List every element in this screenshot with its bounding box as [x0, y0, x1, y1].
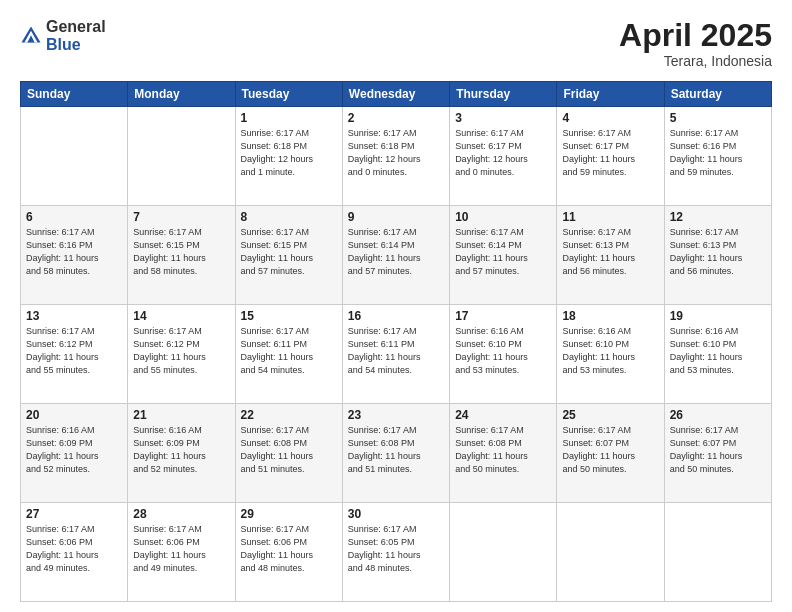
- calendar-cell: 12Sunrise: 6:17 AM Sunset: 6:13 PM Dayli…: [664, 206, 771, 305]
- day-detail: Sunrise: 6:16 AM Sunset: 6:09 PM Dayligh…: [26, 424, 122, 476]
- calendar-header: SundayMondayTuesdayWednesdayThursdayFrid…: [21, 82, 772, 107]
- header-cell-saturday: Saturday: [664, 82, 771, 107]
- day-number: 6: [26, 210, 122, 224]
- day-detail: Sunrise: 6:17 AM Sunset: 6:08 PM Dayligh…: [455, 424, 551, 476]
- calendar-cell: 17Sunrise: 6:16 AM Sunset: 6:10 PM Dayli…: [450, 305, 557, 404]
- day-number: 15: [241, 309, 337, 323]
- day-detail: Sunrise: 6:17 AM Sunset: 6:07 PM Dayligh…: [670, 424, 766, 476]
- day-detail: Sunrise: 6:16 AM Sunset: 6:10 PM Dayligh…: [670, 325, 766, 377]
- calendar-cell: 2Sunrise: 6:17 AM Sunset: 6:18 PM Daylig…: [342, 107, 449, 206]
- day-detail: Sunrise: 6:16 AM Sunset: 6:10 PM Dayligh…: [562, 325, 658, 377]
- day-number: 22: [241, 408, 337, 422]
- day-number: 2: [348, 111, 444, 125]
- day-number: 28: [133, 507, 229, 521]
- calendar-cell: 7Sunrise: 6:17 AM Sunset: 6:15 PM Daylig…: [128, 206, 235, 305]
- calendar-cell: 26Sunrise: 6:17 AM Sunset: 6:07 PM Dayli…: [664, 404, 771, 503]
- day-detail: Sunrise: 6:17 AM Sunset: 6:08 PM Dayligh…: [348, 424, 444, 476]
- calendar-cell: 13Sunrise: 6:17 AM Sunset: 6:12 PM Dayli…: [21, 305, 128, 404]
- calendar-cell: 19Sunrise: 6:16 AM Sunset: 6:10 PM Dayli…: [664, 305, 771, 404]
- day-detail: Sunrise: 6:17 AM Sunset: 6:12 PM Dayligh…: [26, 325, 122, 377]
- day-number: 16: [348, 309, 444, 323]
- day-detail: Sunrise: 6:17 AM Sunset: 6:11 PM Dayligh…: [241, 325, 337, 377]
- day-detail: Sunrise: 6:17 AM Sunset: 6:16 PM Dayligh…: [26, 226, 122, 278]
- header-cell-sunday: Sunday: [21, 82, 128, 107]
- header-cell-wednesday: Wednesday: [342, 82, 449, 107]
- logo-text: General Blue: [46, 18, 106, 53]
- calendar-cell: 11Sunrise: 6:17 AM Sunset: 6:13 PM Dayli…: [557, 206, 664, 305]
- day-number: 13: [26, 309, 122, 323]
- calendar-cell: 8Sunrise: 6:17 AM Sunset: 6:15 PM Daylig…: [235, 206, 342, 305]
- calendar-cell: 14Sunrise: 6:17 AM Sunset: 6:12 PM Dayli…: [128, 305, 235, 404]
- day-number: 12: [670, 210, 766, 224]
- day-detail: Sunrise: 6:17 AM Sunset: 6:05 PM Dayligh…: [348, 523, 444, 575]
- header-cell-friday: Friday: [557, 82, 664, 107]
- calendar-cell: 9Sunrise: 6:17 AM Sunset: 6:14 PM Daylig…: [342, 206, 449, 305]
- calendar-cell: 15Sunrise: 6:17 AM Sunset: 6:11 PM Dayli…: [235, 305, 342, 404]
- day-detail: Sunrise: 6:16 AM Sunset: 6:09 PM Dayligh…: [133, 424, 229, 476]
- header-cell-thursday: Thursday: [450, 82, 557, 107]
- day-number: 24: [455, 408, 551, 422]
- calendar-cell: 6Sunrise: 6:17 AM Sunset: 6:16 PM Daylig…: [21, 206, 128, 305]
- day-detail: Sunrise: 6:17 AM Sunset: 6:15 PM Dayligh…: [133, 226, 229, 278]
- day-number: 9: [348, 210, 444, 224]
- calendar-cell: 27Sunrise: 6:17 AM Sunset: 6:06 PM Dayli…: [21, 503, 128, 602]
- day-detail: Sunrise: 6:17 AM Sunset: 6:15 PM Dayligh…: [241, 226, 337, 278]
- day-detail: Sunrise: 6:17 AM Sunset: 6:13 PM Dayligh…: [562, 226, 658, 278]
- day-number: 7: [133, 210, 229, 224]
- logo-general-text: General: [46, 18, 106, 35]
- day-detail: Sunrise: 6:17 AM Sunset: 6:14 PM Dayligh…: [348, 226, 444, 278]
- logo: General Blue: [20, 18, 106, 53]
- calendar-cell: 20Sunrise: 6:16 AM Sunset: 6:09 PM Dayli…: [21, 404, 128, 503]
- calendar-cell: [128, 107, 235, 206]
- day-detail: Sunrise: 6:17 AM Sunset: 6:11 PM Dayligh…: [348, 325, 444, 377]
- calendar-cell: 3Sunrise: 6:17 AM Sunset: 6:17 PM Daylig…: [450, 107, 557, 206]
- day-number: 21: [133, 408, 229, 422]
- day-detail: Sunrise: 6:17 AM Sunset: 6:14 PM Dayligh…: [455, 226, 551, 278]
- calendar-cell: [664, 503, 771, 602]
- day-number: 10: [455, 210, 551, 224]
- day-detail: Sunrise: 6:17 AM Sunset: 6:17 PM Dayligh…: [455, 127, 551, 179]
- day-number: 8: [241, 210, 337, 224]
- calendar-cell: [450, 503, 557, 602]
- day-detail: Sunrise: 6:17 AM Sunset: 6:17 PM Dayligh…: [562, 127, 658, 179]
- calendar-cell: 24Sunrise: 6:17 AM Sunset: 6:08 PM Dayli…: [450, 404, 557, 503]
- day-detail: Sunrise: 6:17 AM Sunset: 6:06 PM Dayligh…: [241, 523, 337, 575]
- week-row-5: 27Sunrise: 6:17 AM Sunset: 6:06 PM Dayli…: [21, 503, 772, 602]
- month-title: April 2025: [619, 18, 772, 53]
- day-number: 18: [562, 309, 658, 323]
- calendar-cell: 21Sunrise: 6:16 AM Sunset: 6:09 PM Dayli…: [128, 404, 235, 503]
- calendar-cell: [557, 503, 664, 602]
- calendar-cell: 1Sunrise: 6:17 AM Sunset: 6:18 PM Daylig…: [235, 107, 342, 206]
- header: General Blue April 2025 Terara, Indonesi…: [20, 18, 772, 69]
- day-number: 11: [562, 210, 658, 224]
- calendar-body: 1Sunrise: 6:17 AM Sunset: 6:18 PM Daylig…: [21, 107, 772, 602]
- day-number: 14: [133, 309, 229, 323]
- week-row-4: 20Sunrise: 6:16 AM Sunset: 6:09 PM Dayli…: [21, 404, 772, 503]
- day-number: 20: [26, 408, 122, 422]
- day-detail: Sunrise: 6:17 AM Sunset: 6:08 PM Dayligh…: [241, 424, 337, 476]
- day-detail: Sunrise: 6:17 AM Sunset: 6:18 PM Dayligh…: [241, 127, 337, 179]
- day-number: 23: [348, 408, 444, 422]
- day-number: 4: [562, 111, 658, 125]
- day-number: 1: [241, 111, 337, 125]
- calendar-cell: 10Sunrise: 6:17 AM Sunset: 6:14 PM Dayli…: [450, 206, 557, 305]
- calendar-cell: 4Sunrise: 6:17 AM Sunset: 6:17 PM Daylig…: [557, 107, 664, 206]
- day-number: 3: [455, 111, 551, 125]
- header-cell-tuesday: Tuesday: [235, 82, 342, 107]
- calendar-cell: 28Sunrise: 6:17 AM Sunset: 6:06 PM Dayli…: [128, 503, 235, 602]
- week-row-2: 6Sunrise: 6:17 AM Sunset: 6:16 PM Daylig…: [21, 206, 772, 305]
- header-cell-monday: Monday: [128, 82, 235, 107]
- calendar-cell: 22Sunrise: 6:17 AM Sunset: 6:08 PM Dayli…: [235, 404, 342, 503]
- day-number: 17: [455, 309, 551, 323]
- day-detail: Sunrise: 6:17 AM Sunset: 6:06 PM Dayligh…: [133, 523, 229, 575]
- calendar-cell: 29Sunrise: 6:17 AM Sunset: 6:06 PM Dayli…: [235, 503, 342, 602]
- day-detail: Sunrise: 6:17 AM Sunset: 6:12 PM Dayligh…: [133, 325, 229, 377]
- day-detail: Sunrise: 6:17 AM Sunset: 6:13 PM Dayligh…: [670, 226, 766, 278]
- calendar-cell: 16Sunrise: 6:17 AM Sunset: 6:11 PM Dayli…: [342, 305, 449, 404]
- week-row-1: 1Sunrise: 6:17 AM Sunset: 6:18 PM Daylig…: [21, 107, 772, 206]
- calendar-cell: [21, 107, 128, 206]
- calendar-cell: 30Sunrise: 6:17 AM Sunset: 6:05 PM Dayli…: [342, 503, 449, 602]
- week-row-3: 13Sunrise: 6:17 AM Sunset: 6:12 PM Dayli…: [21, 305, 772, 404]
- day-detail: Sunrise: 6:17 AM Sunset: 6:16 PM Dayligh…: [670, 127, 766, 179]
- calendar-cell: 5Sunrise: 6:17 AM Sunset: 6:16 PM Daylig…: [664, 107, 771, 206]
